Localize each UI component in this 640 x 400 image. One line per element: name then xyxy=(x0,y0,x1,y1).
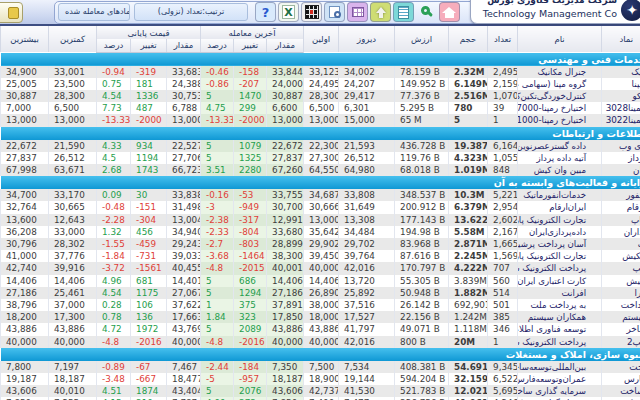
close-percent-cell: -0.48 xyxy=(97,201,131,213)
col-low[interactable]: کمترین xyxy=(49,26,97,52)
count-cell: 1,569 xyxy=(488,250,518,262)
volume-cell: 2.871M xyxy=(449,238,488,250)
stock-row[interactable]: رنیکجنرال مکانیک2,4952.32M78.159 B34,002… xyxy=(1,66,640,78)
col-name[interactable]: نام xyxy=(518,26,602,52)
symbol-cell: افرا xyxy=(602,287,640,299)
stock-row[interactable]: اوانمبین وان کیش8481.019M68.018 B64,9806… xyxy=(1,164,640,176)
symbol-cell: سپ2 xyxy=(602,336,640,348)
sort-order-button[interactable]: ترتیب:تعداد (نزولی) xyxy=(134,3,248,21)
low-cell: 33,000 xyxy=(49,226,97,238)
close-change-cell: 934 xyxy=(131,140,167,152)
close-price-cell: 18,477 xyxy=(167,373,201,385)
col-first[interactable]: اولین xyxy=(304,26,339,52)
high-cell: 67,998 xyxy=(1,164,49,176)
stock-row[interactable]: های وبداده گسترعصرنوین-های وب6,16419.387… xyxy=(1,140,640,152)
stock-row[interactable]: پرداختبه پرداخت ملت501692,90126.142 B37,… xyxy=(1,299,640,311)
stock-row[interactable]: افراافرانت5141.882M50.948 B25,89226,8902… xyxy=(1,287,640,299)
yesterday-cell: 42,016 xyxy=(339,262,395,274)
stock-row[interactable]: رانفورخدمات‌انفورماتیک5,22110.3M348.537 … xyxy=(1,189,640,201)
col-close-percent[interactable]: درصد xyxy=(97,39,131,52)
stock-row[interactable]: رتاپتجارت الکترونیک پارسیان2,60213.622M1… xyxy=(1,214,640,226)
volume-cell: 1.019M xyxy=(449,164,488,176)
close-price-cell: 39,033 xyxy=(167,250,201,262)
col-last-change[interactable]: تغییر xyxy=(234,39,267,52)
calendar-button[interactable] xyxy=(347,2,368,22)
close-price-cell: 33,838 xyxy=(167,189,201,201)
count-cell: 560 xyxy=(488,275,518,287)
upload-button[interactable] xyxy=(370,2,391,22)
high-cell: 27,186 xyxy=(1,287,49,299)
first-cell: 27,300 xyxy=(304,152,339,164)
stock-row[interactable]: مرقامایران‌ارقام2,9546.379M200.912 B31,6… xyxy=(1,201,640,213)
col-high[interactable]: بیشترین xyxy=(1,26,49,52)
stock-row[interactable]: سپ2پرداخت الکترونیک سامان کیش120M800 B42… xyxy=(1,336,640,348)
first-cell: 40,000 xyxy=(304,336,339,348)
export-excel-button[interactable]: X xyxy=(278,2,299,22)
name-cell: گروه مپنا (سهامی عام) xyxy=(518,78,602,90)
first-cell: 7,500 xyxy=(304,361,339,373)
col-volume[interactable]: حجم xyxy=(449,26,488,52)
symbol-cell: مرقام xyxy=(602,201,640,213)
stock-row[interactable]: ضمینا3022اختیارخ رمپنا-11000-99/03/13156… xyxy=(1,114,640,126)
low-cell: 37,000 xyxy=(49,299,97,311)
col-close-change[interactable]: تغییر xyxy=(131,39,167,52)
stock-row[interactable]: مفاخرتوسعه فناوری اطلاعات خوارزمی3461.11… xyxy=(1,323,640,335)
magnifier-icon xyxy=(334,11,341,18)
yesterday-cell: 7,534 xyxy=(339,361,395,373)
stock-row[interactable]: سپپرداخت الکترونیک سامان کیش7074.222M170… xyxy=(1,262,640,274)
col-count[interactable]: تعداد xyxy=(488,26,518,52)
col-yesterday[interactable]: دیروز xyxy=(339,26,395,52)
col-symbol[interactable]: نماد xyxy=(602,26,640,52)
value-cell: 594.204 B xyxy=(395,373,449,385)
value-cell: 55.305 B xyxy=(395,275,449,287)
stock-row[interactable]: رتکوکنترل‌خوردگی‌تکین‌کو1,0702.516M77.37… xyxy=(1,90,640,102)
col-last-percent[interactable]: درصد xyxy=(201,39,234,52)
yesterday-cell: 41,530 xyxy=(339,385,395,397)
app-window: نمایش نمادهای معامله شده ترتیب:تعداد (نز… xyxy=(0,0,640,400)
stock-row[interactable]: مدارانداده‌پردازی‌ایران2,1675.58M194.98 … xyxy=(1,226,640,238)
print-preview-button[interactable] xyxy=(324,2,345,22)
value-cell: 348.537 B xyxy=(395,189,449,201)
stock-row[interactable]: آپآسان پرداخت پرشین1,6652.871M83.968 B29… xyxy=(1,238,640,250)
col-value[interactable]: ارزش xyxy=(395,26,449,52)
search-button[interactable] xyxy=(416,2,437,22)
stock-row[interactable]: رکیشکارت اعتباری ایران کیش5603.839M55.30… xyxy=(1,275,640,287)
home-button[interactable] xyxy=(439,2,460,22)
clipped-toolbar-button[interactable] xyxy=(0,2,23,23)
close-price-cell: 31,498 xyxy=(167,201,201,213)
stock-row[interactable]: رمپناگروه مپنا (سهامی عام)2,1596.149M149… xyxy=(1,78,640,90)
count-cell: 2,954 xyxy=(488,201,518,213)
grid-board-button[interactable] xyxy=(301,2,322,22)
count-cell: 848 xyxy=(488,164,518,176)
high-cell: 43,886 xyxy=(1,323,49,335)
last-price-cell: 22,672 xyxy=(267,140,304,152)
sector-header-row: اطلاعات و ارتباطات xyxy=(1,127,640,140)
last-change-cell: 1325 xyxy=(234,152,267,164)
high-cell: 43,606 xyxy=(1,385,49,397)
help-button[interactable]: ? xyxy=(255,2,276,22)
last-change-cell: 2280 xyxy=(234,164,267,176)
stock-row[interactable]: وساختسرمایه گذاری ساختمان‌ایران5,69512.0… xyxy=(1,385,640,397)
stock-row[interactable]: سیستمهمکاران سیستم3851.242M22.156 B17,52… xyxy=(1,311,640,323)
stock-row[interactable]: تاپکیشتجارت الکترونیک پارسیان کیش1,5692.… xyxy=(1,250,640,262)
stock-row[interactable]: اپردازآتیه داده پرداز1,0554.323M119.76 B… xyxy=(1,152,640,164)
last-percent-cell: -4.8 xyxy=(201,336,234,348)
name-cell: جنرال مکانیک xyxy=(518,66,602,78)
value-cell: 200.912 B xyxy=(395,201,449,213)
low-cell: 23,500 xyxy=(49,78,97,90)
high-cell: 14,406 xyxy=(1,275,49,287)
name-cell: افرانت xyxy=(518,287,602,299)
volume-cell: 2.245M xyxy=(449,250,488,262)
stock-row[interactable]: ضمینا3028اختیارخ رمپنا-17000-99/03/13397… xyxy=(1,102,640,114)
watchlist-button[interactable] xyxy=(393,2,414,22)
first-cell: 18,900 xyxy=(304,373,339,385)
stock-row[interactable]: ثاختبین‌المللی‌توسعه‌ساختمان9,34554.691M… xyxy=(1,361,640,373)
col-group-last-trade[interactable]: آخرین معامله xyxy=(201,26,304,39)
col-close-amount[interactable]: مقدار xyxy=(167,39,201,52)
col-last-amount[interactable]: مقدار xyxy=(267,39,304,52)
high-cell: 34,900 xyxy=(1,66,49,78)
stock-row[interactable]: ثفارسعمران‌وتوسعه‌فارس6,52232.159M594.20… xyxy=(1,373,640,385)
last-change-cell: -317 xyxy=(234,214,267,226)
show-traded-symbols-button[interactable]: نمایش نمادهای معامله شده xyxy=(58,3,130,21)
col-group-closing[interactable]: قیمت پایانی xyxy=(97,26,201,39)
